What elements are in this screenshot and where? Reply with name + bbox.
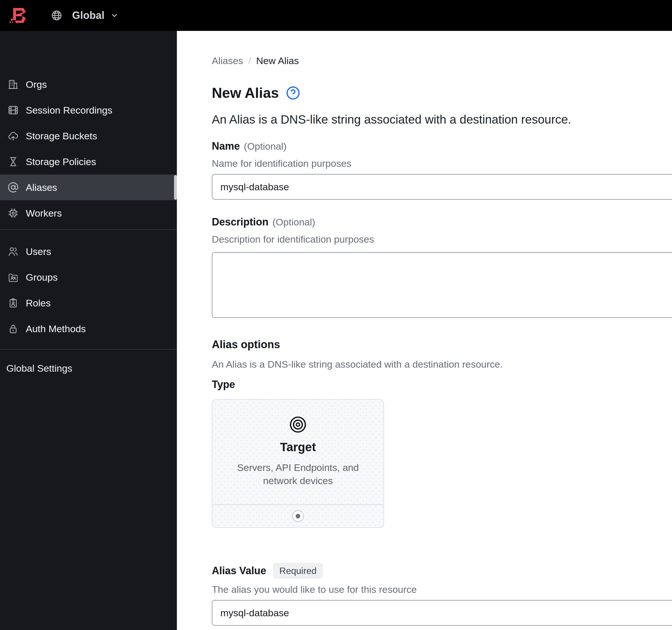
type-card-description: Servers, API Endpoints, and network devi… xyxy=(229,461,367,487)
radio-dot xyxy=(296,514,300,518)
sidebar-item-orgs[interactable]: Orgs xyxy=(0,72,177,97)
page-intro: An Alias is a DNS-like string associated… xyxy=(212,112,672,127)
sidebar-item-label: Storage Buckets xyxy=(26,130,97,142)
boundary-logo-icon xyxy=(8,7,27,24)
film-icon xyxy=(7,104,20,117)
sidebar-item-storage-buckets[interactable]: Storage Buckets xyxy=(0,123,177,149)
sidebar: Orgs Session Recordings xyxy=(0,31,177,630)
sidebar-item-label: Auth Methods xyxy=(26,323,86,335)
description-optional-tag: (Optional) xyxy=(272,217,315,228)
required-badge: Required xyxy=(273,563,323,579)
sidebar-item-session-recordings[interactable]: Session Recordings xyxy=(0,97,177,123)
page-title: New Alias xyxy=(212,84,279,102)
type-option-target-card[interactable]: Target Servers, API Endpoints, and netwo… xyxy=(212,399,384,528)
type-card-title: Target xyxy=(280,440,316,455)
breadcrumb-separator: / xyxy=(248,54,251,67)
scope-switcher[interactable]: Global xyxy=(51,9,119,21)
sidebar-item-label: Workers xyxy=(26,208,62,219)
name-optional-tag: (Optional) xyxy=(244,141,287,152)
sidebar-scrollbar-thumb[interactable] xyxy=(174,175,177,200)
app-window: Global xyxy=(0,0,672,630)
sidebar-item-label: Aliases xyxy=(26,182,57,193)
sidebar-secondary-nav: Users Groups xyxy=(0,239,177,342)
name-helper: Name for identification purposes xyxy=(212,158,672,169)
type-card-footer xyxy=(212,504,384,527)
description-field-group: Description (Optional) Description for i… xyxy=(212,215,672,318)
scope-label: Global xyxy=(72,9,104,21)
sidebar-item-storage-policies[interactable]: Storage Policies xyxy=(0,149,177,174)
help-circle-icon[interactable] xyxy=(286,86,301,100)
description-textarea[interactable] xyxy=(212,252,672,318)
bullseye-icon xyxy=(288,415,307,434)
sidebar-item-label: Session Recordings xyxy=(26,105,112,116)
cpu-icon xyxy=(7,207,20,219)
sidebar-item-roles[interactable]: Roles xyxy=(0,290,177,316)
alias-options-helper: An Alias is a DNS-like string associated… xyxy=(212,358,672,370)
sidebar-divider xyxy=(0,349,177,349)
breadcrumb-link-aliases[interactable]: Aliases xyxy=(212,54,243,67)
alias-value-input[interactable] xyxy=(212,600,672,626)
org-building-icon xyxy=(7,78,20,91)
name-label: Name xyxy=(212,140,240,153)
chevron-down-icon xyxy=(110,11,119,20)
breadcrumb-current: New Alias xyxy=(256,54,299,67)
new-alias-form: Name (Optional) Name for identification … xyxy=(212,140,672,626)
sidebar-item-label: Orgs xyxy=(26,79,47,90)
sidebar-item-workers[interactable]: Workers xyxy=(0,200,177,226)
sidebar-item-label: Groups xyxy=(26,272,58,283)
description-helper: Description for identification purposes xyxy=(212,233,672,245)
description-label: Description xyxy=(212,215,268,228)
sidebar-item-label: Users xyxy=(26,246,51,257)
sidebar-primary-nav: Orgs Session Recordings xyxy=(0,31,177,226)
at-sign-icon xyxy=(7,181,20,194)
alias-options-heading: Alias options xyxy=(212,337,672,352)
sidebar-item-label: Roles xyxy=(26,297,51,309)
sidebar-divider xyxy=(0,229,177,230)
sidebar-item-users[interactable]: Users xyxy=(0,239,177,264)
lock-icon xyxy=(7,322,20,335)
type-label: Type xyxy=(212,378,672,391)
sidebar-item-label: Storage Policies xyxy=(26,156,96,167)
cloud-upload-icon xyxy=(7,129,20,142)
sidebar-item-groups[interactable]: Groups xyxy=(0,264,177,290)
boundary-logo[interactable] xyxy=(8,6,27,24)
users-icon xyxy=(7,245,20,258)
name-field-group: Name (Optional) Name for identification … xyxy=(212,140,672,200)
hourglass-icon xyxy=(7,155,20,168)
type-target-radio[interactable] xyxy=(292,510,304,522)
globe-icon xyxy=(51,10,63,21)
topbar: Global xyxy=(0,0,672,31)
type-card-body: Target Servers, API Endpoints, and netwo… xyxy=(212,400,384,504)
name-input[interactable] xyxy=(212,174,672,200)
sidebar-item-global-settings[interactable]: Global Settings xyxy=(0,355,177,381)
alias-value-field-group: Alias Value Required The alias you would… xyxy=(212,563,672,626)
title-row: New Alias xyxy=(212,84,672,102)
alias-value-label: Alias Value xyxy=(212,564,266,577)
sidebar-item-label: Global Settings xyxy=(6,363,72,374)
sidebar-item-aliases[interactable]: Aliases xyxy=(0,174,177,200)
main-content: Aliases / New Alias New Alias An Alias i… xyxy=(177,31,672,630)
id-badge-icon xyxy=(7,297,20,309)
alias-value-helper: The alias you would like to use for this… xyxy=(212,583,672,596)
breadcrumb: Aliases / New Alias xyxy=(212,54,672,67)
folder-users-icon xyxy=(7,271,20,284)
sidebar-item-auth-methods[interactable]: Auth Methods xyxy=(0,316,177,342)
